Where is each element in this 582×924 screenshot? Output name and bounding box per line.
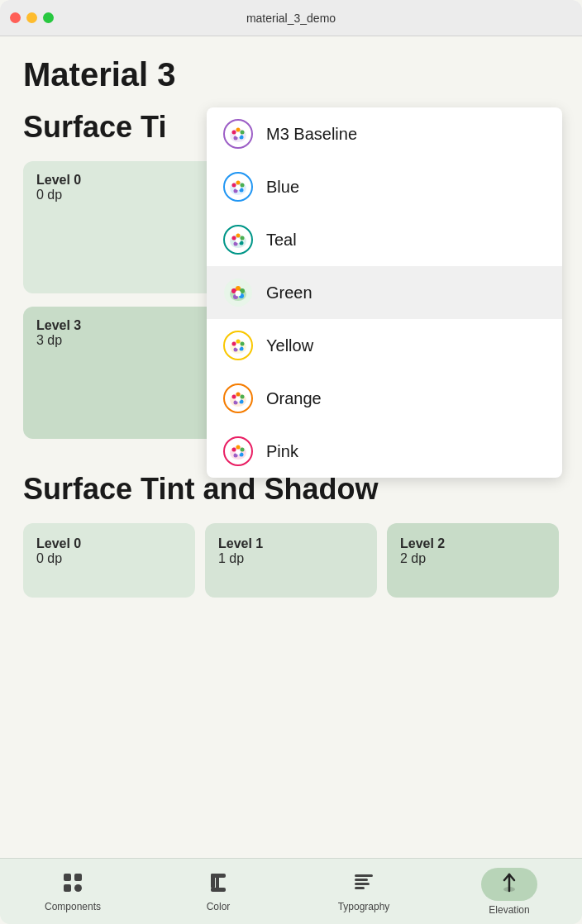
svg-point-23 [236, 238, 241, 243]
svg-rect-64 [355, 874, 373, 877]
nav-label-elevation: Elevation [489, 904, 529, 916]
svg-point-47 [236, 397, 241, 402]
svg-rect-66 [355, 883, 370, 885]
dropdown-label-blue: Blue [266, 178, 299, 197]
dropdown-label-orange: Orange [266, 389, 322, 408]
svg-rect-58 [64, 884, 71, 892]
svg-point-11 [236, 181, 241, 185]
section-material3: Material 3 [23, 56, 559, 93]
svg-point-44 [241, 395, 245, 399]
svg-point-10 [232, 183, 236, 188]
typography-icon [352, 871, 375, 898]
palette-yellow-icon [223, 331, 253, 360]
nav-label-typography: Typography [338, 901, 390, 912]
elev-card-level2: Level 2 2 dp [387, 523, 559, 598]
svg-point-4 [241, 131, 245, 135]
traffic-lights [10, 12, 54, 23]
dropdown-item-teal[interactable]: Teal [207, 213, 562, 266]
palette-green-icon [223, 278, 253, 307]
svg-point-18 [232, 236, 236, 241]
maximize-button[interactable] [43, 12, 54, 23]
dropdown-item-green[interactable]: Green [207, 266, 562, 319]
svg-point-15 [236, 185, 241, 190]
nav-item-color[interactable]: Color [146, 871, 291, 912]
dropdown-label-m3baseline: M3 Baseline [266, 125, 357, 144]
minimize-button[interactable] [26, 12, 37, 23]
dropdown-item-blue[interactable]: Blue [207, 160, 562, 213]
nav-label-color: Color [207, 901, 231, 912]
palette-blue-icon [223, 172, 253, 202]
palette-teal-icon [223, 225, 253, 255]
dropdown-item-yellow[interactable]: Yellow [207, 319, 562, 372]
svg-point-27 [236, 286, 241, 291]
window-title: material_3_demo [246, 12, 336, 25]
dropdown-item-pink[interactable]: Pink [207, 425, 562, 478]
svg-point-35 [236, 340, 241, 344]
svg-point-31 [236, 291, 241, 297]
svg-point-52 [241, 448, 245, 452]
svg-rect-67 [355, 887, 365, 889]
svg-rect-57 [74, 874, 82, 881]
svg-point-20 [241, 236, 245, 241]
svg-point-59 [74, 884, 82, 892]
elev-card-level1: Level 1 1 dp [205, 523, 377, 598]
svg-point-39 [236, 344, 241, 349]
svg-rect-61 [211, 874, 226, 878]
elev-1-level: Level 1 [218, 536, 364, 551]
dropdown-label-pink: Pink [266, 442, 298, 461]
svg-point-42 [232, 395, 236, 399]
svg-point-51 [236, 445, 241, 450]
elev-2-level: Level 2 [400, 536, 546, 551]
elevation-icon [498, 871, 521, 898]
svg-point-19 [236, 234, 241, 238]
dropdown-label-yellow: Yellow [266, 336, 313, 355]
page-title: Material 3 [23, 56, 559, 93]
elev-1-dp: 1 dp [218, 551, 364, 566]
palette-m3baseline-icon [223, 119, 253, 149]
elev-card-level0: Level 0 0 dp [23, 523, 195, 598]
elevation-cards: Level 0 0 dp Level 1 1 dp Level 2 2 dp [23, 523, 559, 598]
palette-orange-icon [223, 383, 253, 413]
nav-item-typography[interactable]: Typography [291, 871, 436, 912]
dropdown-item-orange[interactable]: Orange [207, 372, 562, 425]
elev-0-dp: 0 dp [36, 551, 182, 566]
nav-label-components: Components [45, 901, 101, 912]
nav-item-elevation[interactable]: Elevation [436, 868, 582, 916]
svg-point-68 [503, 887, 515, 892]
svg-rect-62 [211, 888, 226, 892]
section-surface-tint-shadow: Surface Tint and Shadow Level 0 0 dp Lev… [23, 472, 559, 598]
svg-rect-56 [64, 874, 71, 881]
theme-dropdown[interactable]: M3 Baseline Blue Teal [207, 107, 562, 478]
svg-point-12 [241, 183, 245, 188]
nav-item-components[interactable]: Components [0, 871, 146, 912]
elev-0-level: Level 0 [36, 536, 182, 551]
svg-point-3 [236, 128, 241, 132]
elev-2-dp: 2 dp [400, 551, 546, 566]
svg-point-55 [236, 450, 241, 455]
svg-rect-63 [216, 878, 219, 888]
svg-rect-65 [355, 879, 368, 881]
close-button[interactable] [10, 12, 21, 23]
elevation-nav-pill [481, 868, 537, 901]
dropdown-label-teal: Teal [266, 231, 297, 250]
titlebar: material_3_demo [0, 0, 582, 36]
svg-point-50 [232, 448, 236, 452]
svg-point-34 [232, 342, 236, 346]
bottom-navigation: Components Color Typography [0, 858, 582, 924]
color-icon [207, 871, 230, 898]
svg-point-36 [241, 342, 245, 346]
svg-point-7 [236, 132, 241, 137]
dropdown-label-green: Green [266, 283, 312, 302]
palette-pink-icon [223, 436, 253, 466]
components-icon [61, 871, 84, 898]
dropdown-item-m3baseline[interactable]: M3 Baseline [207, 107, 562, 160]
svg-point-43 [236, 393, 241, 397]
svg-point-2 [232, 131, 236, 135]
